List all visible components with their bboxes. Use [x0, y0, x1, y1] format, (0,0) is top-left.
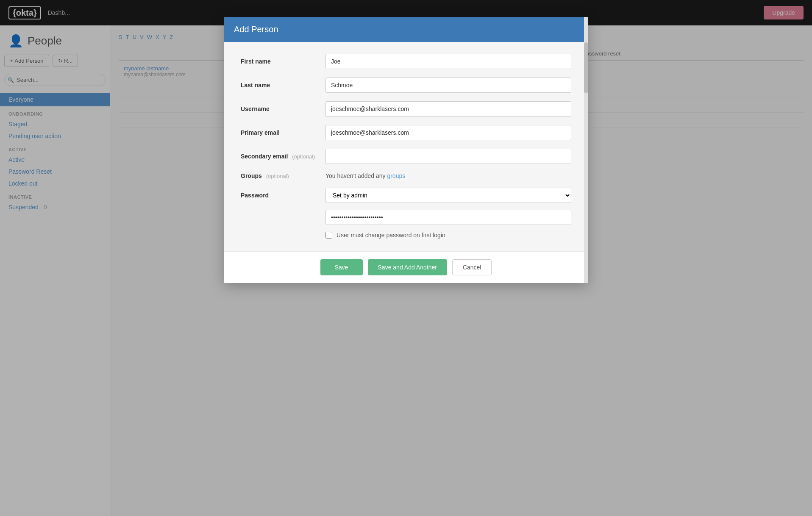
secondary-email-row: Secondary email (optional)	[241, 149, 571, 164]
save-and-add-button[interactable]: Save and Add Another	[368, 259, 447, 275]
lastname-row: Last name	[241, 78, 571, 93]
modal-scrollbar[interactable]	[584, 17, 588, 283]
groups-text: You haven't added any groups	[325, 172, 571, 179]
modal-scrollbar-thumb	[584, 42, 588, 93]
firstname-input[interactable]	[325, 54, 571, 69]
modal-title: Add Person	[234, 25, 278, 34]
password-type-select[interactable]: Set by admin Set by user Password import…	[325, 188, 571, 203]
modal-overlay[interactable]: Add Person First name Last name Username…	[0, 0, 812, 516]
change-password-label: User must change password on first login	[336, 232, 445, 239]
cancel-button[interactable]: Cancel	[452, 259, 492, 275]
change-password-row: User must change password on first login	[325, 232, 571, 239]
password-label-wrap: Password ?	[241, 191, 325, 199]
password-input[interactable]	[325, 210, 571, 225]
password-label: Password	[241, 192, 325, 199]
username-label: Username	[241, 105, 325, 112]
secondary-email-label: Secondary email (optional)	[241, 153, 325, 160]
firstname-row: First name	[241, 54, 571, 69]
username-input[interactable]	[325, 101, 571, 117]
save-button[interactable]: Save	[320, 259, 363, 275]
primary-email-row: Primary email	[241, 125, 571, 140]
change-password-checkbox[interactable]	[325, 232, 332, 239]
password-row: Password ? Set by admin Set by user Pass…	[241, 188, 571, 203]
lastname-input[interactable]	[325, 78, 571, 93]
modal-header: Add Person	[224, 17, 588, 42]
password-value-row	[241, 210, 571, 225]
modal-footer: Save Save and Add Another Cancel	[224, 251, 588, 283]
primary-email-input[interactable]	[325, 125, 571, 140]
groups-link[interactable]: groups	[387, 172, 405, 179]
firstname-label: First name	[241, 58, 325, 65]
groups-row: Groups (optional) You haven't added any …	[241, 172, 571, 179]
lastname-label: Last name	[241, 82, 325, 89]
groups-label: Groups (optional)	[241, 172, 325, 179]
username-row: Username	[241, 101, 571, 117]
add-person-modal: Add Person First name Last name Username…	[224, 17, 588, 283]
modal-body: First name Last name Username Primary em…	[224, 42, 588, 251]
secondary-email-input[interactable]	[325, 149, 571, 164]
primary-email-label: Primary email	[241, 129, 325, 136]
